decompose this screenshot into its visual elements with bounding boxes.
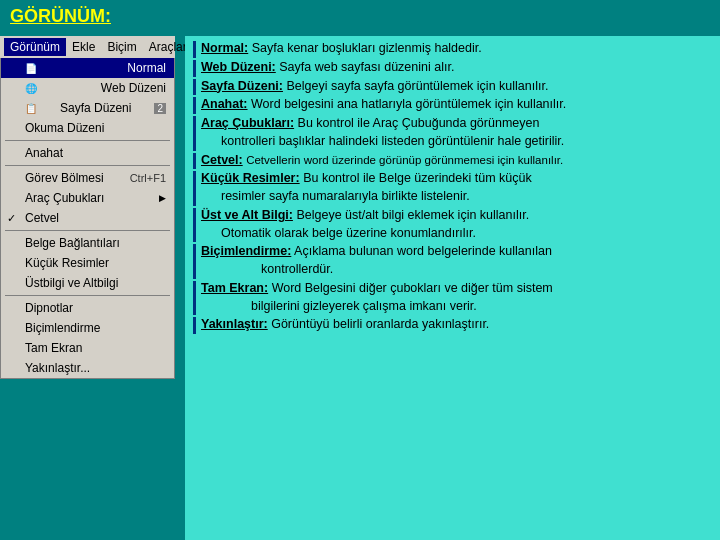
content-row-sayfa: Sayfa Düzeni: Belgeyi sayfa sayfa görünt… xyxy=(193,78,712,96)
dd-sep-2 xyxy=(5,165,170,166)
dd-label-gorev: Görev Bölmesi xyxy=(25,171,104,185)
content-row-tam: Tam Ekran: Word Belgesini diğer çuboklar… xyxy=(193,280,712,316)
dd-label-bicimlendirme: Biçimlendirme xyxy=(25,321,100,335)
menu-ekle[interactable]: Ekle xyxy=(66,38,101,56)
dd-label-okuma: Okuma Düzeni xyxy=(25,121,104,135)
dd-anahat[interactable]: Anahat xyxy=(1,143,174,163)
dd-kucuk-resimler[interactable]: Küçük Resimler xyxy=(1,253,174,273)
term-anahat: Anahat: xyxy=(201,97,248,111)
dd-bicimlendirme[interactable]: Biçimlendirme xyxy=(1,318,174,338)
term-arac: Araç Çubukları: xyxy=(201,116,294,130)
text-sayfa: Sayfa Düzeni: Belgeyi sayfa sayfa görünt… xyxy=(201,78,712,96)
term-normal: Normal: xyxy=(201,41,248,55)
dd-badge: 2 xyxy=(154,103,166,114)
dd-ustbilgi-altbilgi[interactable]: Üstbilgi ve Altbilgi xyxy=(1,273,174,293)
dd-icon-normal: 📄 xyxy=(25,63,37,74)
dd-label-sayfa: Sayfa Düzeni xyxy=(60,101,131,115)
dd-web-duzeni[interactable]: 🌐 Web Düzeni xyxy=(1,78,174,98)
menu-gorunum[interactable]: Görünüm xyxy=(4,38,66,56)
dd-icon-web: 🌐 xyxy=(25,83,37,94)
dd-label-anahat: Anahat xyxy=(25,146,63,160)
dd-label-web: Web Düzeni xyxy=(101,81,166,95)
term-cetvel: Cetvel: xyxy=(201,153,243,167)
dd-sep-3 xyxy=(5,230,170,231)
desc-normal: Sayfa kenar boşlukları gizlenmiş haldedi… xyxy=(252,41,482,55)
text-kucuk: Küçük Resimler: Bu kontrol ile Belge üze… xyxy=(201,170,712,206)
bar-web xyxy=(193,60,196,77)
term-tam: Tam Ekran: xyxy=(201,281,268,295)
content-area: Normal: Sayfa kenar boşlukları gizlenmiş… xyxy=(185,36,720,540)
dd-icon-sayfa: 📋 xyxy=(25,103,37,114)
desc-tam-2: bilgilerini gizleyerek çalışma imkanı ve… xyxy=(251,299,477,313)
desc-web: Sayfa web sayfası düzenini alır. xyxy=(279,60,454,74)
bar-ustalt xyxy=(193,208,196,243)
dd-label-arac-cub: Araç Çubukları xyxy=(25,191,104,205)
dd-arrow-arac: ▶ xyxy=(159,193,166,203)
content-row-normal: Normal: Sayfa kenar boşlukları gizlenmiş… xyxy=(193,40,712,58)
dd-label-yakin: Yakınlaştır... xyxy=(25,361,90,375)
dd-tam-ekran[interactable]: Tam Ekran xyxy=(1,338,174,358)
content-row-web: Web Düzeni: Sayfa web sayfası düzenini a… xyxy=(193,59,712,77)
dd-belge-baglantilari[interactable]: Belge Bağlantıları xyxy=(1,233,174,253)
dd-label-normal: Normal xyxy=(127,61,166,75)
menu-bar[interactable]: Görünüm Ekle Biçim Araçlar xyxy=(0,36,175,58)
bar-kucuk xyxy=(193,171,196,206)
desc-yakin: Görüntüyü belirli oranlarda yakınlaştırı… xyxy=(271,317,489,331)
dd-label-cetvel: Cetvel xyxy=(25,211,59,225)
dd-normal[interactable]: 📄 Normal xyxy=(1,58,174,78)
dd-cetvel[interactable]: Cetvel xyxy=(1,208,174,228)
dd-yakinlastir[interactable]: Yakınlaştır... xyxy=(1,358,174,378)
content-row-kucuk: Küçük Resimler: Bu kontrol ile Belge üze… xyxy=(193,170,712,206)
text-anahat: Anahat: Word belgesini ana hatlarıyla gö… xyxy=(201,96,712,114)
page-title: GÖRÜNÜM: xyxy=(0,0,720,31)
dropdown-menu: 📄 Normal 🌐 Web Düzeni 📋 Sayfa Düzeni 2 O… xyxy=(0,58,175,379)
desc-anahat: Word belgesini ana hatlarıyla görüntülem… xyxy=(251,97,566,111)
dd-dipnotlar[interactable]: Dipnotlar xyxy=(1,298,174,318)
dd-sep-1 xyxy=(5,140,170,141)
content-row-ustalt: Üst ve Alt Bilgi: Belgeye üst/alt bilgi … xyxy=(193,207,712,243)
term-ustalt: Üst ve Alt Bilgi: xyxy=(201,208,293,222)
term-web: Web Düzeni: xyxy=(201,60,276,74)
bar-cetvel xyxy=(193,153,196,170)
text-ustalt: Üst ve Alt Bilgi: Belgeye üst/alt bilgi … xyxy=(201,207,712,243)
content-row-bic: Biçimlendirme: Açıklama bulunan word bel… xyxy=(193,243,712,279)
dd-label-dipnotlar: Dipnotlar xyxy=(25,301,73,315)
desc-cetvel: Cetvellerin word üzerinde görünüp görünm… xyxy=(246,154,563,166)
bar-anahat xyxy=(193,97,196,114)
text-bic: Biçimlendirme: Açıklama bulunan word bel… xyxy=(201,243,712,279)
bar-sayfa xyxy=(193,79,196,96)
text-cetvel: Cetvel: Cetvellerin word üzerinde görünü… xyxy=(201,152,712,170)
text-normal: Normal: Sayfa kenar boşlukları gizlenmiş… xyxy=(201,40,712,58)
bar-tam xyxy=(193,281,196,316)
term-bic: Biçimlendirme: xyxy=(201,244,291,258)
text-web: Web Düzeni: Sayfa web sayfası düzenini a… xyxy=(201,59,712,77)
dd-arac-cubuklari[interactable]: Araç Çubukları ▶ xyxy=(1,188,174,208)
content-row-yakin: Yakınlaştır: Görüntüyü belirli oranlarda… xyxy=(193,316,712,334)
term-yakin: Yakınlaştır: xyxy=(201,317,268,331)
bar-bic xyxy=(193,244,196,279)
term-sayfa: Sayfa Düzeni: xyxy=(201,79,283,93)
text-yakin: Yakınlaştır: Görüntüyü belirli oranlarda… xyxy=(201,316,712,334)
content-row-arac: Araç Çubukları: Bu kontrol ile Araç Çubu… xyxy=(193,115,712,151)
bar-normal xyxy=(193,41,196,58)
dd-label-ustbilgi: Üstbilgi ve Altbilgi xyxy=(25,276,118,290)
desc-arac-2: kontrolleri başlıklar halindeki listeden… xyxy=(221,134,564,148)
dd-label-tam-ekran: Tam Ekran xyxy=(25,341,82,355)
text-tam: Tam Ekran: Word Belgesini diğer çuboklar… xyxy=(201,280,712,316)
content-row-anahat: Anahat: Word belgesini ana hatlarıyla gö… xyxy=(193,96,712,114)
menu-bicim[interactable]: Biçim xyxy=(101,38,142,56)
dd-gorev-bolmesi[interactable]: Görev Bölmesi Ctrl+F1 xyxy=(1,168,174,188)
dd-label-belge-bag: Belge Bağlantıları xyxy=(25,236,120,250)
term-kucuk: Küçük Resimler: xyxy=(201,171,300,185)
dd-sayfa-duzeni[interactable]: 📋 Sayfa Düzeni 2 xyxy=(1,98,174,118)
dd-shortcut-gorev: Ctrl+F1 xyxy=(130,172,166,184)
desc-sayfa: Belgeyi sayfa sayfa görüntülemek için ku… xyxy=(286,79,548,93)
dd-label-kucuk-res: Küçük Resimler xyxy=(25,256,109,270)
text-arac: Araç Çubukları: Bu kontrol ile Araç Çubu… xyxy=(201,115,712,151)
desc-ustalt-2: Otomatik olarak belge üzerine konumlandı… xyxy=(221,226,476,240)
content-row-cetvel: Cetvel: Cetvellerin word üzerinde görünü… xyxy=(193,152,712,170)
dd-okuma-duzeni[interactable]: Okuma Düzeni xyxy=(1,118,174,138)
desc-bic-2: kontrollerdür. xyxy=(261,262,333,276)
bar-yakin xyxy=(193,317,196,334)
dd-sep-4 xyxy=(5,295,170,296)
